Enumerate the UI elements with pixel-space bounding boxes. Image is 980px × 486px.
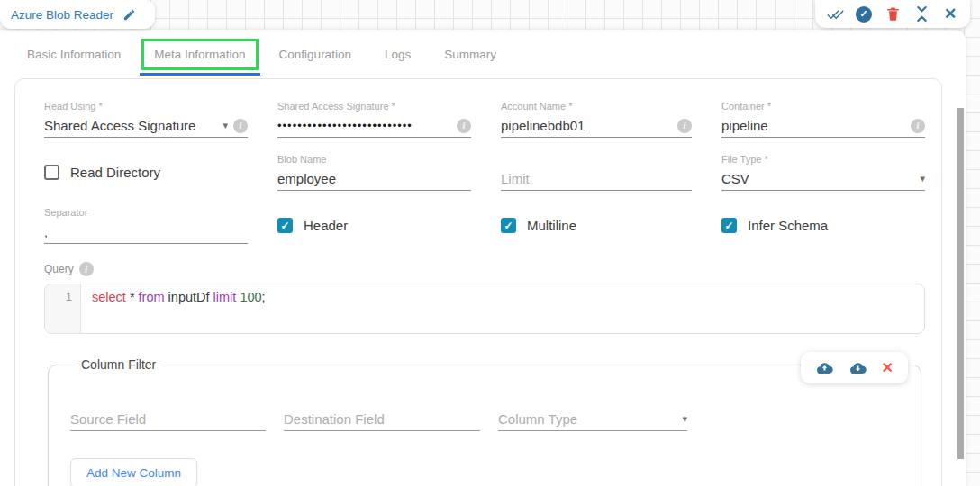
line-number-gutter: 1 (45, 284, 81, 333)
node-config-panel: Basic Information Meta Information Confi… (0, 30, 966, 486)
info-icon[interactable]: i (911, 119, 925, 133)
column-filter-legend: Column Filter (76, 357, 161, 372)
info-icon[interactable]: i (79, 262, 94, 276)
query-section: Query i 1 select * from inputDf limit 10… (44, 262, 925, 334)
node-title: Azure Blob Reader (11, 8, 113, 22)
source-field-placeholder: Source Field (70, 411, 266, 427)
separator-value: , (44, 225, 248, 239)
container-label: Container * (721, 101, 925, 114)
checkbox-icon[interactable] (721, 218, 737, 233)
collapse-vertical-icon[interactable] (912, 5, 930, 23)
edit-pencil-icon[interactable] (122, 8, 136, 22)
shared-access-signature-field[interactable]: Shared Access Signature * ••••••••••••••… (277, 101, 471, 138)
close-icon[interactable]: ✕ (941, 5, 959, 23)
account-name-label: Account Name * (501, 101, 692, 114)
separator-label: Separator (44, 207, 248, 220)
node-toolbar: ✓ ✕ (815, 0, 970, 28)
checkbox-icon[interactable] (277, 218, 293, 233)
read-using-value: Shared Access Signature (44, 118, 217, 133)
chevron-down-icon: ▾ (682, 413, 687, 425)
destination-field-input[interactable]: Destination Field (284, 408, 480, 431)
header-checkbox[interactable]: Header (277, 218, 471, 233)
query-code[interactable]: select * from inputDf limit 100; (81, 284, 266, 333)
blob-name-label: Blob Name (277, 154, 471, 167)
sas-label: Shared Access Signature * (277, 101, 471, 114)
limit-field[interactable]: Limit (501, 154, 692, 191)
file-type-label: File Type * (721, 154, 925, 167)
source-field-input[interactable]: Source Field (70, 408, 266, 431)
multiline-label: Multiline (527, 218, 576, 233)
file-type-value: CSV (721, 171, 914, 186)
chevron-down-icon: ▾ (222, 120, 228, 131)
separator-field[interactable]: Separator , (44, 207, 248, 244)
double-check-icon[interactable] (826, 5, 844, 23)
column-filter-section: Column Filter ✕ Source Field (48, 357, 921, 486)
header-label: Header (304, 218, 348, 233)
node-title-card: Azure Blob Reader (0, 0, 155, 29)
form-row-2: Read Directory Blob Name employee Limit … (44, 154, 925, 191)
multiline-checkbox[interactable]: Multiline (501, 218, 692, 233)
form-row-3: Separator , Header Multiline Infer Schem… (44, 207, 925, 244)
tab-meta-information[interactable]: Meta Information (154, 48, 245, 61)
trash-icon[interactable] (884, 5, 902, 23)
tab-configuration[interactable]: Configuration (279, 48, 351, 61)
destination-field-placeholder: Destination Field (284, 411, 480, 427)
infer-schema-checkbox[interactable]: Infer Schema (721, 218, 925, 233)
form-row-1: Read Using * Shared Access Signature ▾ i… (44, 101, 925, 138)
tab-summary[interactable]: Summary (444, 48, 496, 61)
chevron-down-icon: ▾ (920, 173, 925, 184)
blob-name-value: employee (277, 171, 471, 186)
column-filter-row: Source Field Destination Field Column Ty… (70, 408, 921, 431)
info-icon[interactable]: i (457, 119, 471, 133)
tab-basic-information[interactable]: Basic Information (27, 48, 121, 61)
info-icon[interactable]: i (677, 119, 692, 133)
blob-name-field[interactable]: Blob Name employee (277, 154, 471, 191)
column-type-placeholder: Column Type (498, 411, 676, 427)
checkbox-icon[interactable] (44, 165, 59, 180)
cloud-upload-icon[interactable] (815, 361, 834, 374)
file-type-select[interactable]: File Type * CSV ▾ (721, 154, 925, 191)
cloud-download-icon[interactable] (848, 361, 867, 374)
form-card: Read Using * Shared Access Signature ▾ i… (14, 78, 942, 486)
read-using-select[interactable]: Read Using * Shared Access Signature ▾ i (44, 101, 248, 138)
circle-check-icon[interactable]: ✓ (855, 5, 873, 23)
account-name-value: pipelinebdb01 (501, 118, 672, 133)
checkbox-icon[interactable] (501, 218, 516, 233)
info-icon[interactable]: i (233, 119, 248, 133)
container-value: pipeline (721, 118, 905, 133)
infer-schema-label: Infer Schema (748, 218, 828, 233)
read-using-label: Read Using * (44, 101, 248, 114)
limit-placeholder: Limit (501, 171, 692, 186)
account-name-field[interactable]: Account Name * pipelinebdb01 i (501, 101, 692, 138)
vertical-scrollbar[interactable] (957, 108, 964, 459)
column-filter-actions: ✕ (801, 352, 908, 383)
tab-bar: Basic Information Meta Information Confi… (0, 30, 966, 78)
read-directory-label: Read Directory (70, 165, 160, 180)
container-field[interactable]: Container * pipeline i (721, 101, 925, 138)
column-type-select[interactable]: Column Type ▾ (498, 408, 687, 431)
tab-logs[interactable]: Logs (385, 48, 411, 61)
query-label: Query (44, 263, 74, 275)
sas-masked-value: ••••••••••••••••••••••••••• (277, 119, 451, 132)
add-new-column-button[interactable]: Add New Column (70, 458, 197, 486)
close-icon[interactable]: ✕ (882, 359, 894, 376)
query-code-editor[interactable]: 1 select * from inputDf limit 100; (44, 284, 925, 334)
read-directory-checkbox[interactable]: Read Directory (44, 165, 248, 180)
